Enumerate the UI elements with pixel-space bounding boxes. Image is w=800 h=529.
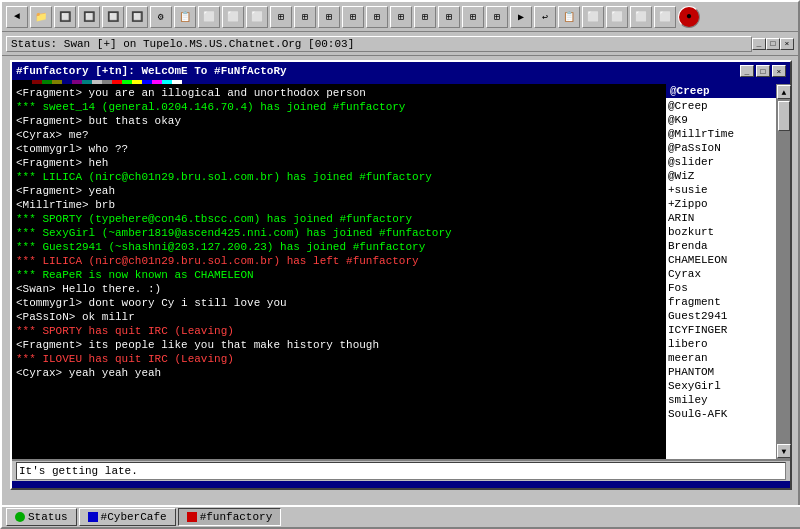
tb1[interactable]: 📁 — [30, 6, 52, 28]
tb25[interactable]: ⬜ — [606, 6, 628, 28]
chat-line: *** SPORTY has quit IRC (Leaving) — [16, 324, 662, 338]
chat-line: *** ILOVEU has quit IRC (Leaving) — [16, 352, 662, 366]
taskbar-status-label: Status — [28, 511, 68, 523]
chat-line: <PaSsIoN> ok millr — [16, 310, 662, 324]
taskbar-funfactory[interactable]: #funfactory — [178, 508, 282, 526]
user-item[interactable]: +susie — [668, 183, 774, 197]
user-item[interactable]: libero — [668, 337, 774, 351]
tb28[interactable]: ● — [678, 6, 700, 28]
tb12[interactable]: ⊞ — [294, 6, 316, 28]
taskbar-status[interactable]: Status — [6, 508, 77, 526]
minimize-outer-btn[interactable]: _ — [752, 38, 766, 50]
chat-icon — [88, 512, 98, 522]
chat-line: *** sweet_14 (general.0204.146.70.4) has… — [16, 100, 662, 114]
user-list-scrollbar[interactable]: ▲ ▼ — [776, 84, 790, 459]
scroll-thumb[interactable] — [778, 101, 790, 131]
tb4[interactable]: 🔲 — [102, 6, 124, 28]
chat-input[interactable] — [16, 462, 786, 480]
tb20[interactable]: ⊞ — [486, 6, 508, 28]
chat-line: <Cyrax> me? — [16, 128, 662, 142]
tb21[interactable]: ▶ — [510, 6, 532, 28]
tb10[interactable]: ⬜ — [246, 6, 268, 28]
user-item[interactable]: SexyGirl — [668, 379, 774, 393]
chat-messages[interactable]: <Fragment> you are an illogical and unor… — [12, 84, 666, 459]
tb17[interactable]: ⊞ — [414, 6, 436, 28]
user-item[interactable]: PHANTOM — [668, 365, 774, 379]
close-outer-btn[interactable]: × — [780, 38, 794, 50]
chat-line: <Fragment> its people like you that make… — [16, 338, 662, 352]
chat-line: *** LILICA (nirc@ch01n29.bru.sol.com.br)… — [16, 254, 662, 268]
tb24[interactable]: ⬜ — [582, 6, 604, 28]
user-item[interactable]: CHAMELEON — [668, 253, 774, 267]
user-item[interactable]: meeran — [668, 351, 774, 365]
user-list-container: @Creep @Creep@K9@MillrTime@PaSsIoN@slide… — [666, 84, 790, 459]
user-item[interactable]: @slider — [668, 155, 774, 169]
tb27[interactable]: ⬜ — [654, 6, 676, 28]
input-area — [12, 459, 790, 481]
tb9[interactable]: ⬜ — [222, 6, 244, 28]
user-list-panel: @Creep @Creep@K9@MillrTime@PaSsIoN@slide… — [666, 84, 776, 459]
taskbar: Status #CyberCafe #funfactory — [2, 505, 800, 527]
user-item[interactable]: @Creep — [668, 99, 774, 113]
tb23[interactable]: 📋 — [558, 6, 580, 28]
user-list-content[interactable]: @Creep@K9@MillrTime@PaSsIoN@slider@WiZ+s… — [666, 98, 776, 459]
chat-area: <Fragment> you are an illogical and unor… — [12, 84, 790, 459]
user-item[interactable]: +Zippo — [668, 197, 774, 211]
user-item[interactable]: Fos — [668, 281, 774, 295]
tb16[interactable]: ⊞ — [390, 6, 412, 28]
irc-window: #funfactory [+tn]: WeLcOmE To #FuNfActoR… — [10, 60, 792, 490]
maximize-outer-btn[interactable]: □ — [766, 38, 780, 50]
scroll-up-btn[interactable]: ▲ — [777, 85, 791, 99]
user-item[interactable]: @K9 — [668, 113, 774, 127]
tb22[interactable]: ↩ — [534, 6, 556, 28]
back-btn[interactable]: ◄ — [6, 6, 28, 28]
scroll-down-btn[interactable]: ▼ — [777, 444, 791, 458]
user-item[interactable]: @WiZ — [668, 169, 774, 183]
irc-close-btn[interactable]: × — [772, 65, 786, 77]
status-bar-outer: Status: Swan [+] on Tupelo.MS.US.Chatnet… — [2, 32, 798, 56]
tb11[interactable]: ⊞ — [270, 6, 292, 28]
irc-minimize-btn[interactable]: _ — [740, 65, 754, 77]
tb15[interactable]: ⊞ — [366, 6, 388, 28]
tb5[interactable]: 🔲 — [126, 6, 148, 28]
fun-icon — [187, 512, 197, 522]
taskbar-cybercafe-label: #CyberCafe — [101, 511, 167, 523]
chat-line: <Fragment> yeah — [16, 184, 662, 198]
tb2[interactable]: 🔲 — [54, 6, 76, 28]
chat-line: *** Guest2941 (~shashni@203.127.200.23) … — [16, 240, 662, 254]
user-item[interactable]: @MillrTime — [668, 127, 774, 141]
tb19[interactable]: ⊞ — [462, 6, 484, 28]
scroll-track[interactable] — [777, 99, 789, 444]
tb8[interactable]: ⬜ — [198, 6, 220, 28]
tb6[interactable]: ⚙ — [150, 6, 172, 28]
user-item[interactable]: ARIN — [668, 211, 774, 225]
chat-line: *** SexyGirl (~amber1819@ascend425.nni.c… — [16, 226, 662, 240]
user-item[interactable]: bozkurt — [668, 225, 774, 239]
tb7[interactable]: 📋 — [174, 6, 196, 28]
chat-line: <tommygrl> dont woory Cy i still love yo… — [16, 296, 662, 310]
chat-line: <tommygrl> who ?? — [16, 142, 662, 156]
chat-line: <Fragment> but thats okay — [16, 114, 662, 128]
status-icon — [15, 512, 25, 522]
user-item[interactable]: Brenda — [668, 239, 774, 253]
user-item[interactable]: smiley — [668, 393, 774, 407]
chat-line: <Cyrax> yeah yeah yeah — [16, 366, 662, 380]
chat-line: <MillrTime> brb — [16, 198, 662, 212]
tb14[interactable]: ⊞ — [342, 6, 364, 28]
user-item[interactable]: @PaSsIoN — [668, 141, 774, 155]
tb26[interactable]: ⬜ — [630, 6, 652, 28]
tb3[interactable]: 🔲 — [78, 6, 100, 28]
user-item[interactable]: Cyrax — [668, 267, 774, 281]
user-item[interactable]: SoulG-AFK — [668, 407, 774, 421]
user-item[interactable]: fragment — [668, 295, 774, 309]
user-item[interactable]: ICYFINGER — [668, 323, 774, 337]
user-item[interactable]: Guest2941 — [668, 309, 774, 323]
status-text: Status: Swan [+] on Tupelo.MS.US.Chatnet… — [6, 36, 752, 52]
irc-maximize-btn[interactable]: □ — [756, 65, 770, 77]
tb18[interactable]: ⊞ — [438, 6, 460, 28]
tb13[interactable]: ⊞ — [318, 6, 340, 28]
taskbar-cybercafe[interactable]: #CyberCafe — [79, 508, 176, 526]
taskbar-funfactory-label: #funfactory — [200, 511, 273, 523]
chat-line: <Fragment> heh — [16, 156, 662, 170]
irc-title: #funfactory [+tn]: WeLcOmE To #FuNfActoR… — [16, 65, 287, 77]
